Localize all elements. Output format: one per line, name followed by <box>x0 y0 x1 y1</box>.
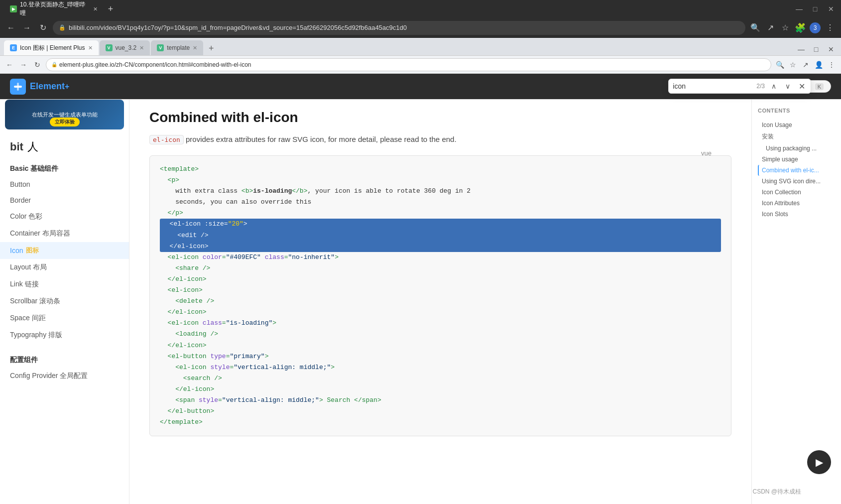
toc-item-icon-slots[interactable]: Icon Slots <box>758 209 835 220</box>
maximize-button[interactable]: □ <box>809 3 821 15</box>
code-line-10: <share /> <box>160 263 721 274</box>
inner-tab-vue[interactable]: V vue_3.2 ✕ <box>100 40 150 55</box>
inner-tab-close-1[interactable]: ✕ <box>88 45 93 51</box>
sidebar-item-button[interactable]: Button <box>0 176 129 192</box>
inner-tab-element-plus[interactable]: E Icon 图标 | Element Plus ✕ <box>4 40 99 55</box>
code-line-21: </el-icon> <box>160 384 721 395</box>
element-logo-icon <box>10 79 26 95</box>
toc-item-using-svg[interactable]: Using SVG icon dire... <box>758 176 835 187</box>
forward-button[interactable]: → <box>21 22 33 34</box>
main-content-area: 在线开发一键生成表单功能 立即体验 bit 人 Basic 基础组件 Butto… <box>0 100 841 504</box>
search-next-btn[interactable]: ∨ <box>783 81 793 91</box>
code-el-icon-close-4: </el-icon> <box>160 340 207 351</box>
video-float-button[interactable]: ▶ <box>807 450 831 474</box>
search-action-btn[interactable]: 🔍 <box>749 22 761 34</box>
toc-item-combined[interactable]: Combined with el-ic... <box>758 165 835 176</box>
code-line-2: <p> <box>160 175 721 186</box>
toc-item-install[interactable]: 安装 <box>758 130 835 143</box>
inner-tab-controls: — □ ✕ <box>795 43 837 55</box>
toc-item-icon-collection[interactable]: Icon Collection <box>758 187 835 198</box>
inner-url-text: element-plus.gitee.io/zh-CN/component/ic… <box>59 61 766 68</box>
search-prev-btn[interactable]: ∧ <box>769 81 779 91</box>
extensions-btn[interactable]: 🧩 <box>794 22 806 34</box>
sidebar-banner: 在线开发一键生成表单功能 立即体验 <box>5 100 124 129</box>
code-text-2: seconds, you can also override this <box>175 197 311 208</box>
sidebar-item-label: Typography 排版 <box>10 331 62 340</box>
inner-back-btn[interactable]: ← <box>4 59 15 70</box>
code-loading-tag: <loading /> <box>160 329 218 340</box>
banner-button[interactable]: 立即体验 <box>50 118 80 126</box>
sidebar-item-link[interactable]: Link 链接 <box>0 276 129 293</box>
tab-favicon: ▶ <box>10 5 17 12</box>
search-find-input[interactable] <box>673 82 752 90</box>
bit-person-icon: 人 <box>27 139 38 154</box>
toc-item-simple-usage[interactable]: Simple usage <box>758 154 835 165</box>
inner-star-btn[interactable]: ☆ <box>787 59 798 70</box>
sidebar-item-layout[interactable]: Layout 布局 <box>0 259 129 276</box>
code-el-icon-close: </el-icon> <box>162 241 209 252</box>
code-search-tag: <search /> <box>160 373 222 384</box>
sidebar-item-border[interactable]: Border <box>0 192 129 208</box>
code-line-23: </el-button> <box>160 406 721 417</box>
code-p-open: <p> <box>168 175 179 186</box>
search-close-btn[interactable]: ✕ <box>797 81 807 91</box>
tab-close-btn[interactable]: ✕ <box>93 6 98 12</box>
sidebar-item-space[interactable]: Space 间距 <box>0 310 129 327</box>
code-line-24: </template> <box>160 417 721 428</box>
close-button[interactable]: ✕ <box>825 3 837 15</box>
sidebar-item-label: Border <box>10 196 31 204</box>
back-button[interactable]: ← <box>5 22 17 34</box>
sidebar-item-icon[interactable]: Icon 图标 <box>0 242 129 259</box>
inner-maximize-btn[interactable]: □ <box>810 43 822 55</box>
outer-address-bar[interactable]: 🔒 bilibili.com/video/BV1pq4y1c7oy/?p=10&… <box>53 21 745 35</box>
share-action-btn[interactable]: ↗ <box>764 22 776 34</box>
code-line-15: <el-icon class="is-loading"> <box>160 318 721 329</box>
inner-new-tab-button[interactable]: + <box>204 41 218 55</box>
inner-tab-close-2[interactable]: ✕ <box>139 45 144 51</box>
inner-tab-label-3: template <box>167 44 190 51</box>
bookmark-btn[interactable]: ☆ <box>779 22 791 34</box>
left-sidebar: 在线开发一键生成表单功能 立即体验 bit 人 Basic 基础组件 Butto… <box>0 100 129 504</box>
inner-tab-close-3[interactable]: ✕ <box>193 45 197 51</box>
inner-share-btn[interactable]: ↗ <box>800 59 811 70</box>
sidebar-item-scrollbar[interactable]: Scrollbar 滚动条 <box>0 293 129 310</box>
reload-button[interactable]: ↻ <box>37 22 49 34</box>
code-span-style: <span style="vertical-align: middle;"> S… <box>160 395 381 406</box>
sidebar-item-color[interactable]: Color 色彩 <box>0 208 129 225</box>
menu-btn[interactable]: ⋮ <box>824 22 836 34</box>
toc-item-using-packaging[interactable]: Using packaging ... <box>758 143 835 154</box>
vue-label: vue <box>701 149 712 157</box>
inner-search-btn[interactable]: 🔍 <box>774 59 785 70</box>
inner-address-bar[interactable]: 🔒 element-plus.gitee.io/zh-CN/component/… <box>46 58 771 71</box>
sidebar-item-config-provider[interactable]: Config Provider 全局配置 <box>0 368 129 384</box>
code-line-17: </el-icon> <box>160 340 721 351</box>
code-edit-tag: <edit /> <box>162 230 209 241</box>
toc-item-icon-usage[interactable]: Icon Usage <box>758 120 835 130</box>
inner-close-btn[interactable]: ✕ <box>825 43 837 55</box>
browser-chrome: ▶ 10.登录页面静态_哔哩哔哩 ✕ + — □ ✕ ← → ↻ 🔒 bilib… <box>0 0 841 504</box>
sidebar-item-label: Config Provider 全局配置 <box>10 372 88 380</box>
code-indent <box>160 175 168 186</box>
code-line-19: <el-icon style="vertical-align: middle;"… <box>160 362 721 373</box>
csdn-watermark: CSDN @待木成桂 <box>752 488 801 496</box>
sidebar-item-container[interactable]: Container 布局容器 <box>0 225 129 242</box>
inner-tab-label-2: vue_3.2 <box>116 44 137 51</box>
sidebar-item-label: Color 色彩 <box>10 212 42 221</box>
code-el-button-close: </el-button> <box>160 406 214 417</box>
inner-menu-btn[interactable]: ⋮ <box>826 59 837 70</box>
inner-nav-bar: ← → ↻ 🔒 element-plus.gitee.io/zh-CN/comp… <box>0 56 841 74</box>
doc-section-title: Combined with el-icon <box>149 110 731 126</box>
profile-btn[interactable]: 3 <box>809 22 821 34</box>
doc-description: el-icon provides extra attributes for ra… <box>149 133 731 145</box>
inner-reload-btn[interactable]: ↻ <box>32 59 43 70</box>
inner-forward-btn[interactable]: → <box>18 59 29 70</box>
inner-profile-btn[interactable]: 👤 <box>813 59 824 70</box>
minimize-button[interactable]: — <box>793 3 805 15</box>
sidebar-item-typography[interactable]: Typography 排版 <box>0 327 129 344</box>
active-tab[interactable]: ▶ 10.登录页面静态_哔哩哔哩 ✕ <box>4 2 104 16</box>
inner-minimize-btn[interactable]: — <box>795 43 807 55</box>
element-logo-text: Element+ <box>30 81 69 92</box>
new-tab-button[interactable]: + <box>104 2 118 16</box>
toc-item-icon-attributes[interactable]: Icon Attributes <box>758 198 835 209</box>
inner-tab-template[interactable]: V template ✕ <box>151 40 203 55</box>
